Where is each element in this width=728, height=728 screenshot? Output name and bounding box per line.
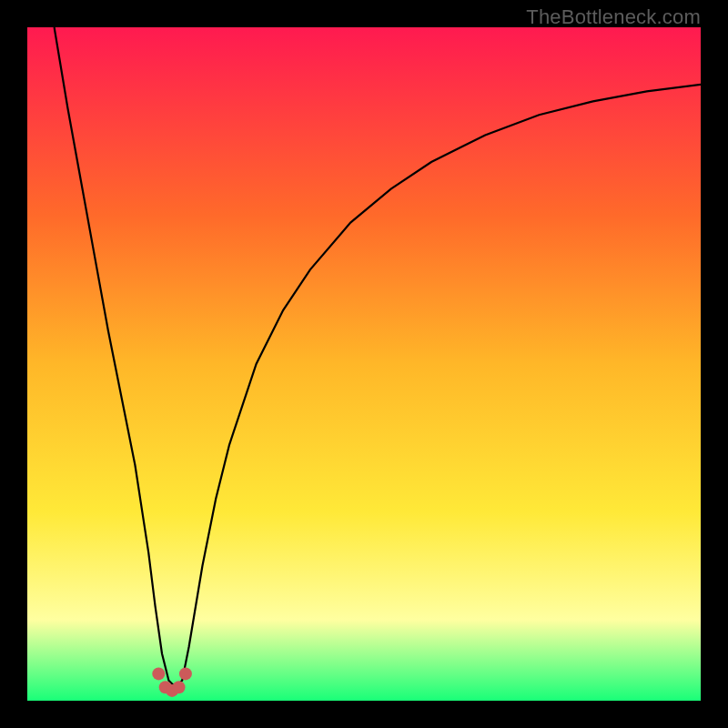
- min-marker: [173, 681, 186, 693]
- min-marker: [179, 667, 192, 680]
- min-marker: [152, 667, 165, 680]
- chart-frame: TheBottleneck.com: [0, 0, 728, 728]
- watermark-text: TheBottleneck.com: [526, 5, 701, 29]
- minimum-markers: [152, 667, 192, 697]
- plot-area: [27, 27, 701, 701]
- bottleneck-curve: [27, 27, 701, 701]
